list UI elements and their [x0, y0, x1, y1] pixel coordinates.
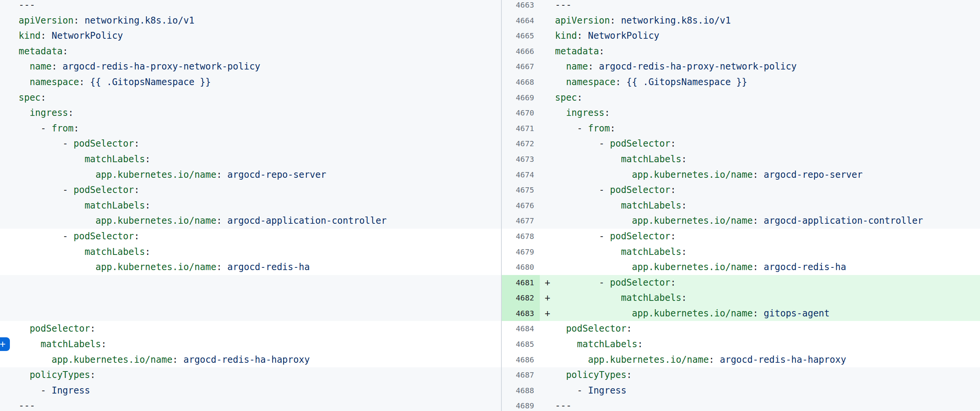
diff-row: name: argocd-redis-ha-proxy-network-poli…: [0, 59, 980, 75]
right-line-number[interactable]: 4668: [502, 75, 540, 90]
diff-row: 4681+ - podSelector:: [0, 275, 980, 290]
left-code-cell: ---: [0, 0, 502, 13]
right-code-cell: matchLabels:: [540, 198, 980, 213]
right-line-number[interactable]: 4689: [502, 398, 540, 411]
right-line-number[interactable]: 4670: [502, 105, 540, 121]
right-code-cell: kind: NetworkPolicy: [540, 28, 980, 44]
right-line-number[interactable]: 4672: [502, 136, 540, 152]
right-line-number[interactable]: 4675: [502, 182, 540, 198]
right-line-number[interactable]: 4671: [502, 121, 540, 136]
diff-row: ---4689---: [0, 398, 980, 411]
left-code-cell: namespace: {{ .GitopsNamespace }}: [0, 75, 502, 90]
right-line-number[interactable]: 4666: [502, 44, 540, 59]
right-code-cell: - from:: [540, 121, 980, 136]
diff-rows-container: ---4663---apiVersion: networking.k8s.io/…: [0, 0, 980, 411]
left-code-cell: - podSelector:: [0, 182, 502, 198]
code-line: app.kubernetes.io/name: argocd-applicati…: [555, 213, 980, 229]
right-code-cell: name: argocd-redis-ha-proxy-network-poli…: [540, 59, 980, 75]
code-line: name: argocd-redis-ha-proxy-network-poli…: [555, 59, 980, 75]
code-line: app.kubernetes.io/name: argocd-repo-serv…: [555, 167, 980, 183]
code-line: - podSelector:: [555, 229, 980, 244]
code-line: app.kubernetes.io/name: argocd-redis-ha-…: [555, 352, 980, 368]
left-code-cell: - podSelector:: [0, 229, 502, 244]
right-line-number[interactable]: 4665: [502, 28, 540, 44]
code-line: - podSelector:: [19, 136, 501, 152]
right-line-number[interactable]: 4677: [502, 213, 540, 229]
addition-marker: +: [545, 306, 550, 321]
right-code-cell: - podSelector:: [540, 182, 980, 198]
code-line: ---: [19, 398, 501, 411]
right-line-number[interactable]: 4679: [502, 244, 540, 260]
left-code-cell: podSelector:: [0, 321, 502, 336]
code-line: spec:: [555, 90, 980, 106]
right-code-cell: app.kubernetes.io/name: argocd-redis-ha: [540, 259, 980, 275]
left-code-cell: app.kubernetes.io/name: argocd-redis-ha: [0, 259, 502, 275]
right-code-cell: matchLabels:: [540, 152, 980, 167]
diff-row: metadata:4666metadata:: [0, 44, 980, 59]
code-line: apiVersion: networking.k8s.io/v1: [555, 13, 980, 29]
right-line-number[interactable]: 4678: [502, 229, 540, 244]
right-line-number[interactable]: 4681: [502, 275, 540, 290]
code-line: ---: [555, 398, 980, 411]
diff-row: - from:4671 - from:: [0, 121, 980, 136]
code-line: app.kubernetes.io/name: argocd-redis-ha: [555, 259, 980, 275]
code-line: - from:: [555, 121, 980, 136]
right-line-number[interactable]: 4686: [502, 352, 540, 368]
code-line: ---: [555, 0, 980, 13]
diff-row: matchLabels:4673 matchLabels:: [0, 152, 980, 167]
right-line-number[interactable]: 4669: [502, 90, 540, 106]
diff-row: - podSelector:4675 - podSelector:: [0, 182, 980, 198]
right-line-number[interactable]: 4673: [502, 152, 540, 167]
code-line: apiVersion: networking.k8s.io/v1: [19, 13, 501, 29]
left-code-cell: matchLabels:: [0, 244, 502, 260]
right-line-number[interactable]: 4683: [502, 306, 540, 321]
diff-row: 4683+ app.kubernetes.io/name: gitops-age…: [0, 306, 980, 321]
right-code-cell: - podSelector:: [540, 229, 980, 244]
right-line-number[interactable]: 4664: [502, 13, 540, 29]
add-comment-button[interactable]: +: [0, 337, 10, 351]
code-line: - from:: [19, 121, 501, 136]
right-code-cell: + matchLabels:: [540, 290, 980, 306]
right-code-cell: ---: [540, 0, 980, 13]
code-line: matchLabels:: [19, 152, 501, 167]
diff-row: ingress:4670 ingress:: [0, 105, 980, 121]
diff-row: app.kubernetes.io/name: argocd-repo-serv…: [0, 167, 980, 183]
left-code-cell: ingress:: [0, 105, 502, 121]
diff-row: - Ingress4688 - Ingress: [0, 383, 980, 398]
code-line: - podSelector:: [19, 182, 501, 198]
right-line-number[interactable]: 4688: [502, 383, 540, 398]
right-line-number[interactable]: 4680: [502, 259, 540, 275]
code-line: kind: NetworkPolicy: [555, 28, 980, 44]
code-line: app.kubernetes.io/name: argocd-redis-ha: [19, 259, 501, 275]
left-code-cell: name: argocd-redis-ha-proxy-network-poli…: [0, 59, 502, 75]
right-line-number[interactable]: 4667: [502, 59, 540, 75]
code-line: matchLabels:: [555, 152, 980, 167]
diff-row: namespace: {{ .GitopsNamespace }}4668 na…: [0, 75, 980, 90]
code-line: matchLabels:: [555, 198, 980, 213]
code-line: namespace: {{ .GitopsNamespace }}: [19, 75, 501, 90]
code-line: podSelector:: [19, 321, 501, 336]
right-line-number[interactable]: 4674: [502, 167, 540, 183]
left-code-cell: - from:: [0, 121, 502, 136]
right-line-number[interactable]: 4687: [502, 367, 540, 383]
left-code-cell: apiVersion: networking.k8s.io/v1: [0, 13, 502, 29]
code-line: ingress:: [19, 105, 501, 121]
code-line: namespace: {{ .GitopsNamespace }}: [555, 75, 980, 90]
code-line: metadata:: [555, 44, 980, 59]
code-line: kind: NetworkPolicy: [19, 28, 501, 44]
diff-row: policyTypes:4687 policyTypes:: [0, 367, 980, 383]
diff-row: podSelector:4684 podSelector:: [0, 321, 980, 336]
split-diff-view: ---4663---apiVersion: networking.k8s.io/…: [0, 0, 980, 411]
right-code-cell: ingress:: [540, 105, 980, 121]
right-line-number[interactable]: 4663: [502, 0, 540, 13]
right-code-cell: podSelector:: [540, 321, 980, 336]
diff-row: matchLabels:4679 matchLabels:: [0, 244, 980, 260]
code-line: ingress:: [555, 105, 980, 121]
left-code-cell: - podSelector:: [0, 136, 502, 152]
right-line-number[interactable]: 4682: [502, 290, 540, 306]
right-line-number[interactable]: 4684: [502, 321, 540, 336]
right-code-cell: + - podSelector:: [540, 275, 980, 290]
right-line-number[interactable]: 4676: [502, 198, 540, 213]
right-line-number[interactable]: 4685: [502, 336, 540, 352]
left-code-cell: kind: NetworkPolicy: [0, 28, 502, 44]
